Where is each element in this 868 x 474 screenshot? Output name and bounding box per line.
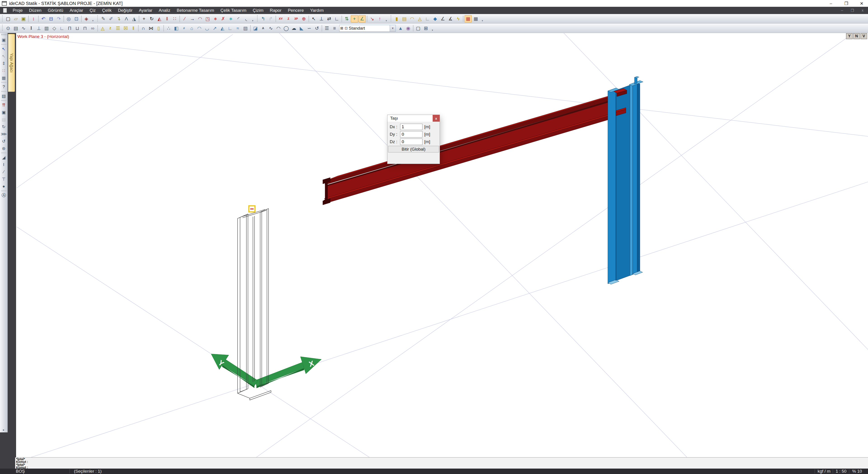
menu-pencere[interactable]: Pencere: [285, 7, 307, 14]
grid-points-icon[interactable]: ∴: [165, 25, 172, 32]
array-icon[interactable]: ∷: [171, 15, 178, 22]
toolbar-overflow-chevron[interactable]: ▾: [91, 15, 95, 23]
arc-icon[interactable]: ◠: [275, 25, 282, 32]
mdi-close-button[interactable]: x: [862, 8, 864, 12]
select-table-icon[interactable]: ▦: [1, 75, 7, 81]
solids-icon[interactable]: ●: [1, 183, 7, 189]
column-tool-icon[interactable]: ▮: [393, 15, 400, 22]
menu-çelik-tasarım[interactable]: Çelik Tasarım: [217, 7, 250, 14]
profile-tool-icon[interactable]: ∟: [424, 15, 431, 22]
axis-node-icon[interactable]: ⊙: [4, 25, 12, 32]
braced-frame-icon[interactable]: ☒: [122, 25, 129, 32]
ramp-icon[interactable]: ↗: [211, 25, 218, 32]
roof-icon[interactable]: ⌂: [188, 25, 195, 32]
menu-betonarme-tasarım[interactable]: Betonarme Tasarım: [174, 7, 217, 14]
mdi-minimize-button[interactable]: –: [841, 8, 843, 12]
coord-3p-icon[interactable]: 3P: [292, 15, 300, 22]
divider-icon[interactable]: Λ: [123, 15, 130, 22]
menu-rapor[interactable]: Rapor: [267, 7, 285, 14]
steel-beam-red[interactable]: [323, 89, 633, 205]
viewport-corner-button-y[interactable]: Y: [846, 33, 852, 39]
parallel-icon[interactable]: ⇄: [326, 15, 333, 22]
menu-çiz[interactable]: Çiz: [86, 7, 99, 14]
ortho-corner-icon[interactable]: ∟: [333, 15, 340, 22]
rotate-copy-icon[interactable]: ↻: [1, 123, 7, 130]
menu-düzen[interactable]: Düzen: [26, 7, 44, 14]
select-parts-icon[interactable]: ∷: [1, 67, 7, 74]
save-file-icon[interactable]: ▣: [20, 15, 27, 22]
menu-yardım[interactable]: Yardım: [307, 7, 327, 14]
menu-görüntü[interactable]: Görüntü: [44, 7, 66, 14]
menu-proje[interactable]: Proje: [9, 7, 26, 14]
lock-snap-icon[interactable]: +: [351, 15, 358, 22]
explode-icon[interactable]: ✗: [219, 15, 227, 22]
weld-icon[interactable]: ◠: [196, 15, 204, 22]
toolbar-overflow-chevron[interactable]: ▾: [251, 15, 254, 23]
copy-objects-icon[interactable]: ▣: [1, 37, 7, 43]
open-file-icon[interactable]: ▱: [12, 15, 20, 22]
toolbar-overflow-chevron[interactable]: ▾: [384, 15, 388, 23]
chamfer-icon[interactable]: ◟: [243, 15, 250, 22]
spline-icon[interactable]: ∽: [306, 25, 313, 32]
toolbar-grip[interactable]: [97, 16, 98, 22]
axis-curve-icon[interactable]: ∿: [20, 25, 27, 32]
mirror-icon[interactable]: ◭: [156, 15, 163, 22]
toolbar-grip[interactable]: [256, 16, 258, 22]
dx-input[interactable]: [400, 124, 423, 130]
pick-icon[interactable]: ↖: [310, 15, 317, 22]
intersection-snap-icon[interactable]: ∗: [227, 15, 235, 22]
stretch-icon[interactable]: ‖: [163, 15, 170, 22]
protractor-icon[interactable]: ◮: [130, 15, 138, 22]
viewport-single-icon[interactable]: ▢: [414, 25, 422, 32]
workplane-move-icon[interactable]: ⇈: [1, 102, 7, 108]
dome-tool-icon[interactable]: ◠: [408, 15, 416, 22]
lock-grid-icon[interactable]: ⇅: [343, 15, 350, 22]
hatch-icon[interactable]: ◣: [298, 25, 305, 32]
purlin-icon[interactable]: Z: [107, 25, 114, 32]
finish-global-button[interactable]: Bitir (Global): [388, 146, 439, 152]
select-move-icon[interactable]: ⇕: [1, 60, 7, 66]
undo-window-icon[interactable]: ⊟: [48, 15, 55, 22]
polyline-icon[interactable]: ∿: [267, 25, 274, 32]
panel-tool-icon[interactable]: ◆: [432, 15, 439, 22]
frame-x-icon[interactable]: ⋈: [147, 25, 155, 32]
sidebar-grip[interactable]: [1, 34, 6, 35]
multi-copy-icon[interactable]: ⋙: [1, 131, 7, 137]
coord-origin-icon[interactable]: ⊕: [300, 15, 307, 22]
auto-label-icon[interactable]: Ⓐ: [1, 192, 7, 199]
zoom-extents-icon[interactable]: ◎: [65, 15, 72, 22]
snap-node-icon[interactable]: ↑: [376, 15, 383, 22]
deselect-icon[interactable]: ↖: [1, 53, 7, 59]
undo-icon[interactable]: ↶: [40, 15, 47, 22]
break-icon[interactable]: ◳: [204, 15, 211, 22]
corrugated-sheet-icon[interactable]: ‖: [130, 25, 137, 32]
menu-çizim[interactable]: Çizim: [250, 7, 267, 14]
toolbar-grip[interactable]: [390, 16, 392, 22]
offset-icon[interactable]: ↺: [313, 25, 320, 32]
local-axes-q-icon[interactable]: ∡: [447, 15, 454, 22]
column-section-icon[interactable]: Π: [66, 25, 73, 32]
plate-node-icon[interactable]: ▯: [155, 25, 162, 32]
foundation-icon[interactable]: ⊔: [74, 25, 81, 32]
link-nodes-icon[interactable]: ∞: [89, 25, 96, 32]
image-icon[interactable]: ◪: [252, 25, 259, 32]
trim-icon[interactable]: ∕: [181, 15, 188, 22]
support-icon[interactable]: ⊥: [35, 25, 42, 32]
menu-ayarlar[interactable]: Ayarlar: [135, 7, 156, 14]
texture-icon[interactable]: ▧: [242, 25, 249, 32]
menu-araçlar[interactable]: Araçlar: [66, 7, 86, 14]
tower-tool-icon[interactable]: ◬: [416, 15, 423, 22]
quick-draw-icon[interactable]: ϟ: [455, 15, 462, 22]
drawing-viewport[interactable]: Work Plane 3 - (Horizontal) YNV X Y: [16, 33, 868, 457]
copy-icon[interactable]: ▣: [1, 109, 7, 115]
layer-edit-icon[interactable]: ≡: [331, 25, 338, 32]
footing-icon[interactable]: ⊓: [81, 25, 89, 32]
coord-z-icon[interactable]: Z: [285, 15, 292, 22]
new-file-icon[interactable]: ▢: [4, 15, 12, 22]
text-icon[interactable]: A: [259, 25, 267, 32]
layer-style-combo[interactable]: ⊠⊡Standart▼: [339, 25, 396, 32]
slope-plane-icon[interactable]: ◢: [1, 154, 7, 160]
steeple-icon[interactable]: ◭: [219, 25, 226, 32]
toolbar-overflow-chevron[interactable]: ▾: [431, 24, 434, 32]
dy-input[interactable]: [400, 131, 423, 138]
